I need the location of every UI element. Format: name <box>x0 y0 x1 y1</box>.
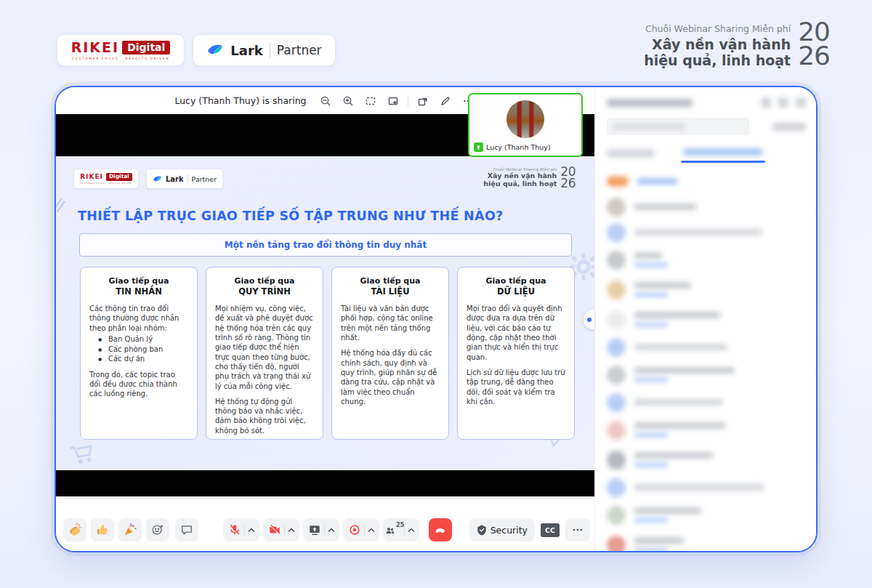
zoom-out-icon[interactable] <box>318 93 334 109</box>
participants-list <box>607 169 806 551</box>
participants-options-chevron[interactable] <box>405 528 418 533</box>
chat-button[interactable] <box>175 518 198 541</box>
participant-action-link[interactable] <box>634 432 668 438</box>
participant-row[interactable] <box>607 169 806 194</box>
participant-name <box>634 399 723 406</box>
participant-action-link[interactable] <box>634 322 668 327</box>
webinar-series-label: Chuỗi Webinar Sharing Miễn phí <box>644 23 791 34</box>
avatar <box>607 176 629 187</box>
record-options-chevron[interactable] <box>365 528 378 533</box>
participant-search-input[interactable] <box>607 118 749 135</box>
participant-row[interactable] <box>607 415 806 445</box>
participant-row[interactable] <box>607 475 806 500</box>
participant-name <box>634 344 727 350</box>
participant-row[interactable] <box>607 530 806 551</box>
share-options-chevron[interactable] <box>325 528 338 533</box>
participant-row[interactable] <box>607 360 806 390</box>
lark-logo-icon <box>206 41 224 59</box>
slide-lark-logo-icon <box>153 174 162 184</box>
share-screen-button[interactable] <box>303 518 339 541</box>
participant-name <box>634 229 762 235</box>
security-button[interactable]: Security <box>469 518 535 541</box>
card-paragraph: Các thông tin trao đổi thông thường được… <box>89 304 188 333</box>
security-label: Security <box>490 525 528 536</box>
card-paragraph: Trong đó, các topic trao đổi đều được ch… <box>89 370 188 399</box>
slide-rikkei-logo: RIKEI Digital CUSTOMER FOCUS · RESULTS D… <box>74 169 138 188</box>
avatar <box>607 338 626 357</box>
slide-lark-partner: Partner <box>192 175 217 183</box>
record-button[interactable] <box>343 518 379 541</box>
microphone-button[interactable] <box>223 518 259 541</box>
participant-name <box>634 452 713 459</box>
camera-button[interactable] <box>263 518 299 541</box>
participant-row[interactable] <box>607 275 806 305</box>
participant-row[interactable] <box>607 334 806 360</box>
tab-in-meeting[interactable] <box>681 148 765 163</box>
rikkei-digital-text: Digital <box>122 41 170 55</box>
camera-options-chevron[interactable] <box>285 528 298 533</box>
sharing-indicator-icon <box>474 142 483 152</box>
invite-button[interactable] <box>772 123 806 131</box>
party-popper-reaction-button[interactable] <box>118 518 142 541</box>
shopping-cart-icon <box>69 441 98 467</box>
participant-row[interactable] <box>607 500 806 530</box>
zoom-in-icon[interactable] <box>340 93 356 109</box>
card-heading: DỮ LIỆU <box>467 286 565 297</box>
more-reactions-button[interactable] <box>146 518 169 541</box>
rikkei-digital-logo: RIKEI Digital CUSTOMER FOCUS · RESULTS D… <box>57 34 185 66</box>
slide-lark-badge: Lark Partner <box>147 169 222 188</box>
participant-row[interactable] <box>607 245 806 275</box>
participant-name <box>634 507 701 514</box>
pop-out-icon[interactable] <box>415 93 431 109</box>
slide-rikkei-tagline: CUSTOMER FOCUS · RESULTS DRIVEN <box>80 182 132 185</box>
speaker-video-tile[interactable]: Lucy (Thanh Thuy) <box>468 93 583 157</box>
card-paragraph: Mọi trao đổi và quyết định được đưa ra d… <box>467 304 565 362</box>
avatar <box>607 281 626 299</box>
fit-to-window-icon[interactable] <box>363 93 379 109</box>
card-du-lieu: Giao tiếp qua DỮ LIỆU Mọi trao đổi và qu… <box>457 267 575 440</box>
webinar-slogan-line1: Xây nền vận hành <box>644 36 791 52</box>
card-quy-trinh: Giao tiếp qua QUY TRÌNH Mọi nhiệm vụ, cô… <box>206 267 323 440</box>
avatar <box>607 478 626 497</box>
card-bullet-list: Ban Quản lý Các phòng ban Các dự án <box>89 334 188 364</box>
participant-action-link[interactable] <box>634 262 668 267</box>
phone-down-icon <box>434 523 447 536</box>
clap-reaction-button[interactable] <box>63 518 86 541</box>
participant-row[interactable] <box>607 305 806 334</box>
card-heading: TÀI LIỆU <box>341 286 440 297</box>
participant-name <box>634 252 662 259</box>
card-paragraph: Lịch sử dữ liệu được lưu trữ tập trung, … <box>467 368 565 406</box>
tab-lobby[interactable] <box>607 150 655 157</box>
divider <box>187 174 188 183</box>
slide-lark-name: Lark <box>166 175 184 183</box>
participant-action-link[interactable] <box>634 292 668 297</box>
camera-off-icon <box>265 523 284 536</box>
panel-header-icon[interactable] <box>778 97 788 108</box>
slide-rikkei-digital: Digital <box>106 173 132 181</box>
annotate-icon[interactable] <box>437 93 453 109</box>
panel-header-icon[interactable] <box>761 97 771 108</box>
active-tab-underline <box>681 161 765 163</box>
participant-action-link[interactable] <box>634 547 668 551</box>
captions-button[interactable]: CC <box>541 523 560 537</box>
toolbar-more-button[interactable] <box>565 518 590 541</box>
participant-row[interactable] <box>607 445 806 475</box>
end-call-button[interactable] <box>429 518 452 541</box>
participant-action-link[interactable] <box>634 462 668 467</box>
participant-row[interactable] <box>607 390 806 415</box>
thumbs-up-reaction-button[interactable] <box>91 518 114 541</box>
speaker-name-label: Lucy (Thanh Thuy) <box>473 142 554 153</box>
divider <box>270 42 270 58</box>
avatar <box>607 506 626 525</box>
participant-row[interactable] <box>607 220 806 245</box>
participant-row[interactable] <box>607 194 806 220</box>
layout-view-icon[interactable] <box>385 93 401 109</box>
panel-header-icon[interactable] <box>796 97 806 108</box>
avatar <box>607 451 626 470</box>
microphone-options-chevron[interactable] <box>245 528 258 533</box>
card-tin-nhan: Giao tiếp qua TIN NHẮN Các thông tin tra… <box>80 267 198 440</box>
participant-action-link[interactable] <box>634 377 668 382</box>
tab-in-meeting-label <box>684 148 762 156</box>
participant-action-link[interactable] <box>634 517 668 523</box>
participants-button[interactable]: 25 <box>383 518 419 541</box>
